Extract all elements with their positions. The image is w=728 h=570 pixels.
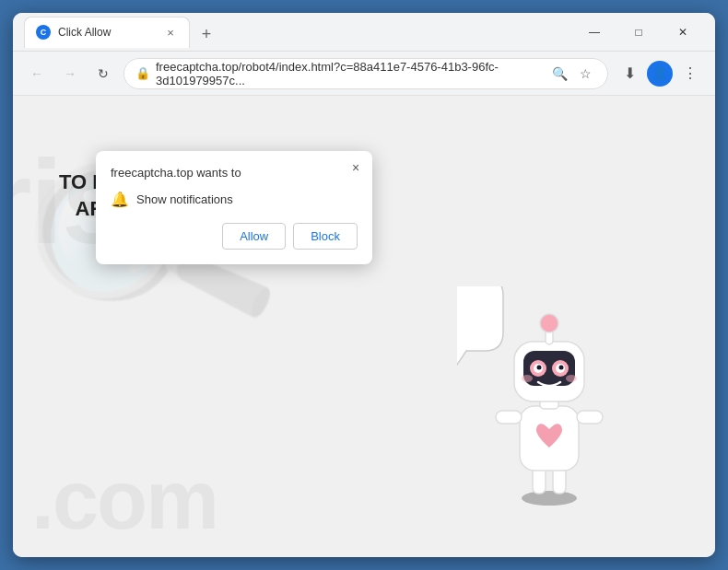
popup-close-button[interactable]: × xyxy=(346,158,365,177)
tab-close-button[interactable]: × xyxy=(163,25,178,40)
new-tab-button[interactable]: + xyxy=(194,22,219,48)
page-background: 🔍 risk .com TO PROVE THAT YOU ARE NOT A … xyxy=(13,96,715,557)
active-tab[interactable]: C Click Allow × xyxy=(24,17,190,48)
toolbar-actions: ⬇ 👤 ⋮ xyxy=(616,60,704,87)
url-text: freecaptcha.top/robot4/index.html?c=88a4… xyxy=(156,60,543,87)
address-input[interactable]: 🔒 freecaptcha.top/robot4/index.html?c=88… xyxy=(123,58,608,89)
minimize-button[interactable]: — xyxy=(573,17,616,47)
menu-button[interactable]: ⋮ xyxy=(676,60,704,87)
bell-icon: 🔔 xyxy=(111,191,129,208)
address-bar: ← → ↻ 🔒 freecaptcha.top/robot4/index.htm… xyxy=(13,52,715,96)
svg-rect-5 xyxy=(577,411,603,424)
lock-icon: 🔒 xyxy=(135,66,150,80)
svg-point-15 xyxy=(537,366,542,370)
download-button[interactable]: ⬇ xyxy=(616,60,643,87)
popup-site-text: freecaptcha.top wants to xyxy=(111,166,358,180)
svg-point-17 xyxy=(522,375,533,382)
notification-popup: × freecaptcha.top wants to 🔔 Show notifi… xyxy=(96,151,372,264)
maximize-button[interactable]: □ xyxy=(617,17,660,47)
tab-favicon: C xyxy=(36,25,51,40)
watermark-com: .com xyxy=(31,453,217,548)
back-button[interactable]: ← xyxy=(24,61,50,87)
tab-bar: C Click Allow × + xyxy=(24,17,566,48)
svg-point-0 xyxy=(522,491,577,506)
forward-button[interactable]: → xyxy=(57,61,83,87)
window-controls: — □ ✕ xyxy=(573,17,704,47)
robot-svg xyxy=(457,286,641,526)
robot-character xyxy=(457,286,641,529)
allow-button[interactable]: Allow xyxy=(222,223,286,250)
svg-point-18 xyxy=(566,375,577,382)
popup-buttons: Allow Block xyxy=(111,223,358,250)
page-content: 🔍 risk .com TO PROVE THAT YOU ARE NOT A … xyxy=(13,96,715,557)
svg-point-16 xyxy=(559,366,564,370)
permission-text: Show notifications xyxy=(136,192,233,206)
address-icons: 🔍 ☆ xyxy=(548,63,596,85)
title-bar: C Click Allow × + — □ ✕ xyxy=(13,13,715,52)
svg-rect-4 xyxy=(496,411,522,424)
search-icon-button[interactable]: 🔍 xyxy=(548,63,570,85)
browser-window: C Click Allow × + — □ ✕ ← → ↻ 🔒 freecapt… xyxy=(13,13,715,557)
profile-button[interactable]: 👤 xyxy=(647,61,673,87)
reload-button[interactable]: ↻ xyxy=(90,61,116,87)
popup-permission: 🔔 Show notifications xyxy=(111,191,358,208)
bookmark-button[interactable]: ☆ xyxy=(574,63,596,85)
tab-title: Click Allow xyxy=(58,26,156,39)
svg-point-9 xyxy=(540,314,558,332)
close-button[interactable]: ✕ xyxy=(662,17,704,47)
block-button[interactable]: Block xyxy=(293,223,358,250)
